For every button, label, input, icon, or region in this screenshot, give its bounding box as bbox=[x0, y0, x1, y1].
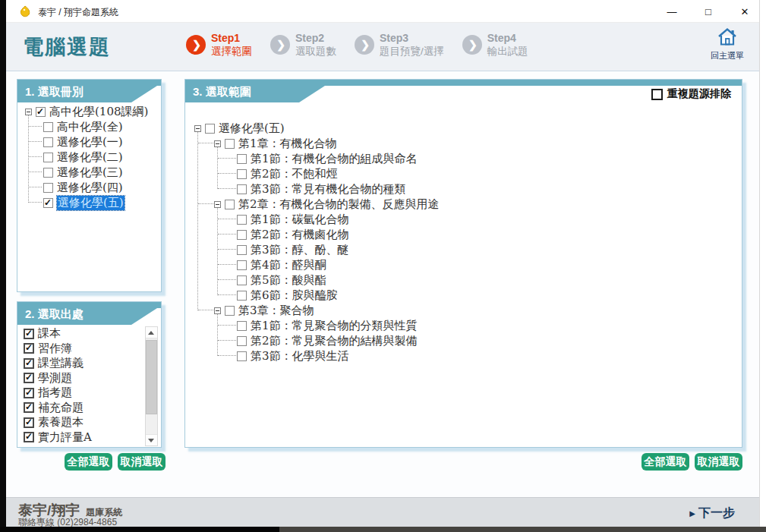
collapse-icon[interactable] bbox=[214, 140, 221, 147]
tree-node-label[interactable]: 第1節：碳氫化合物 bbox=[251, 212, 349, 227]
tree-node-label[interactable]: 選修化學(三) bbox=[57, 165, 123, 180]
checkbox-unchecked[interactable] bbox=[651, 89, 663, 100]
scrollbar-thumb[interactable] bbox=[146, 340, 157, 414]
dedupe-option[interactable]: 重複題源排除 bbox=[651, 87, 731, 101]
checkbox-checked[interactable] bbox=[24, 343, 34, 354]
checkbox-checked[interactable] bbox=[24, 373, 34, 383]
checkbox-unchecked[interactable] bbox=[225, 306, 235, 316]
checkbox-unchecked[interactable] bbox=[205, 124, 215, 134]
checkbox-checked[interactable] bbox=[36, 107, 46, 117]
tree-node-label[interactable]: 高中化學(全) bbox=[57, 120, 123, 134]
tree-node[interactable]: 高中化學(全) bbox=[24, 119, 158, 134]
checkbox-unchecked[interactable] bbox=[43, 137, 53, 147]
checkbox-unchecked[interactable] bbox=[225, 200, 235, 209]
tree-node-chapter[interactable]: 第2章：有機化合物的製備、反應與用途 bbox=[191, 197, 730, 212]
tree-node[interactable]: 選修化學(一) bbox=[24, 134, 158, 150]
source-item[interactable]: 課堂講義 bbox=[20, 356, 158, 371]
tree-node-label[interactable]: 第3節：常見有機化合物的種類 bbox=[251, 182, 406, 197]
tree-node-label[interactable]: 第1節：常見聚合物的分類與性質 bbox=[251, 319, 418, 333]
tree-node-label[interactable]: 第1節：有機化合物的組成與命名 bbox=[251, 152, 418, 166]
deselect-scope-button[interactable]: 取消選取 bbox=[695, 453, 742, 471]
tree-node-section[interactable]: 第5節：酸與酯 bbox=[191, 272, 730, 288]
tree-node-section[interactable]: 第1節：有機化合物的組成與命名 bbox=[191, 151, 730, 166]
checkbox-unchecked[interactable] bbox=[237, 215, 247, 225]
scrollbar[interactable] bbox=[145, 326, 158, 446]
tree-node-label[interactable]: 第2節：常見聚合物的結構與製備 bbox=[251, 334, 418, 348]
home-menu-button[interactable]: 回主選單 bbox=[706, 27, 749, 61]
tree-node-section[interactable]: 第1節：碳氫化合物 bbox=[191, 212, 730, 227]
tree-node-label[interactable]: 第4節：醛與酮 bbox=[251, 258, 326, 272]
collapse-icon[interactable] bbox=[194, 125, 201, 132]
checkbox-checked[interactable] bbox=[24, 388, 34, 398]
minimize-button[interactable]: — bbox=[665, 6, 679, 17]
tree-node-label[interactable]: 第6節：胺與醯胺 bbox=[251, 288, 338, 303]
checkbox-unchecked[interactable] bbox=[237, 169, 247, 179]
checkbox-unchecked[interactable] bbox=[237, 260, 247, 270]
scroll-up-icon[interactable] bbox=[146, 327, 157, 338]
source-item[interactable]: 指考題 bbox=[20, 386, 158, 401]
select-all-scope-button[interactable]: 全部選取 bbox=[641, 453, 689, 471]
tree-node-section[interactable]: 第3節：常見有機化合物的種類 bbox=[191, 181, 730, 197]
tree-node-root[interactable]: 高中化學(108課綱) bbox=[24, 104, 158, 119]
tree-node-label[interactable]: 第2節：有機鹵化物 bbox=[251, 228, 349, 242]
tree-node-section[interactable]: 第1節：常見聚合物的分類與性質 bbox=[191, 318, 730, 333]
checkbox-checked[interactable] bbox=[24, 329, 34, 339]
tree-node-label[interactable]: 第3節：醇、酚、醚 bbox=[251, 243, 349, 257]
source-item[interactable]: 素養題本 bbox=[20, 415, 158, 430]
tree-node-root[interactable]: 選修化學(五) bbox=[191, 121, 730, 136]
tree-node-label[interactable]: 選修化學(四) bbox=[57, 181, 123, 195]
checkbox-unchecked[interactable] bbox=[237, 336, 247, 346]
tree-node-label[interactable]: 第2章：有機化合物的製備、反應與用途 bbox=[238, 197, 440, 212]
checkbox-unchecked[interactable] bbox=[237, 154, 247, 164]
source-item[interactable]: 補充命題 bbox=[20, 401, 158, 416]
checkbox-unchecked[interactable] bbox=[237, 275, 247, 285]
tree-node-label[interactable]: 選修化學(五) bbox=[57, 196, 125, 210]
collapse-icon[interactable] bbox=[214, 307, 221, 314]
tree-node-section[interactable]: 第6節：胺與醯胺 bbox=[191, 288, 730, 303]
checkbox-checked[interactable] bbox=[24, 417, 34, 428]
source-item[interactable]: 課本 bbox=[20, 326, 158, 342]
tree-node[interactable]: 選修化學(三) bbox=[24, 165, 158, 180]
tree-node-chapter[interactable]: 第3章：聚合物 bbox=[191, 303, 730, 318]
checkbox-checked[interactable] bbox=[43, 198, 53, 208]
checkbox-unchecked[interactable] bbox=[237, 291, 247, 301]
tree-node-label[interactable]: 第2節：不飽和烴 bbox=[251, 167, 338, 181]
tree-node-label[interactable]: 第1章：有機化合物 bbox=[238, 137, 337, 151]
deselect-sources-button[interactable]: 取消選取 bbox=[118, 453, 165, 471]
checkbox-checked[interactable] bbox=[24, 402, 34, 413]
tree-node-selected[interactable]: 選修化學(五) bbox=[24, 195, 158, 210]
checkbox-unchecked[interactable] bbox=[43, 153, 53, 162]
tree-node-section[interactable]: 第3節：化學與生活 bbox=[191, 348, 730, 364]
source-item[interactable]: 實力評量A bbox=[20, 430, 158, 445]
tree-node-section[interactable]: 第4節：醛與酮 bbox=[191, 257, 730, 272]
checkbox-checked[interactable] bbox=[24, 358, 34, 369]
select-all-sources-button[interactable]: 全部選取 bbox=[65, 453, 112, 471]
collapse-icon[interactable] bbox=[25, 109, 32, 115]
checkbox-unchecked[interactable] bbox=[237, 245, 247, 255]
close-button[interactable]: ✕ bbox=[738, 6, 752, 17]
checkbox-unchecked[interactable] bbox=[237, 321, 247, 331]
tree-node-label[interactable]: 第3節：化學與生活 bbox=[251, 349, 349, 364]
tree-node-section[interactable]: 第2節：不飽和烴 bbox=[191, 166, 730, 181]
checkbox-unchecked[interactable] bbox=[237, 230, 247, 240]
tree-node-section[interactable]: 第3節：醇、酚、醚 bbox=[191, 242, 730, 257]
tree-node-label[interactable]: 選修化學(五) bbox=[219, 121, 285, 136]
tree-node-section[interactable]: 第2節：有機鹵化物 bbox=[191, 227, 730, 242]
checkbox-checked[interactable] bbox=[24, 432, 34, 442]
checkbox-unchecked[interactable] bbox=[43, 122, 53, 132]
checkbox-unchecked[interactable] bbox=[43, 183, 53, 193]
tree-node-label[interactable]: 選修化學(一) bbox=[57, 135, 123, 150]
checkbox-unchecked[interactable] bbox=[237, 184, 247, 194]
maximize-button[interactable]: □ bbox=[701, 6, 715, 17]
tree-node[interactable]: 選修化學(四) bbox=[24, 180, 158, 195]
tree-node-section[interactable]: 第2節：常見聚合物的結構與製備 bbox=[191, 333, 730, 348]
collapse-icon[interactable] bbox=[214, 201, 221, 208]
checkbox-unchecked[interactable] bbox=[237, 351, 247, 361]
tree-node-label[interactable]: 選修化學(二) bbox=[57, 150, 123, 165]
tree-node[interactable]: 選修化學(二) bbox=[24, 150, 158, 165]
tree-node-chapter[interactable]: 第1章：有機化合物 bbox=[191, 136, 730, 151]
source-item[interactable]: 習作簿 bbox=[20, 342, 158, 357]
next-step-button[interactable]: ▶ 下一步 bbox=[689, 505, 735, 521]
checkbox-unchecked[interactable] bbox=[225, 139, 235, 149]
tree-node-label[interactable]: 高中化學(108課綱) bbox=[49, 105, 148, 119]
